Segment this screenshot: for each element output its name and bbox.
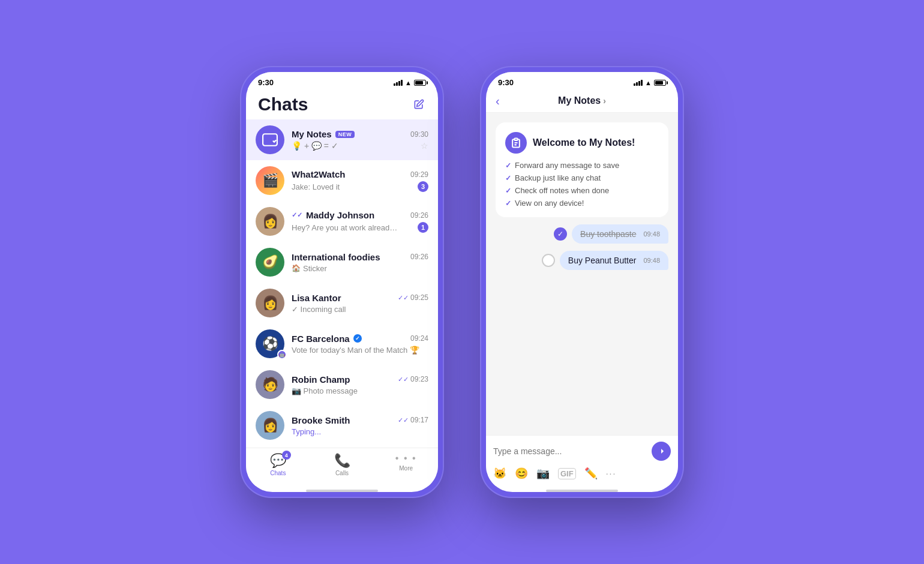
verified-badge-fcb: ✓	[353, 334, 362, 343]
message-input[interactable]	[493, 446, 647, 456]
status-time-right: 9:30	[498, 78, 514, 87]
chat-info-fcb: FC Barcelona ✓ 09:24 Vote for today's Ma…	[292, 334, 428, 355]
notes-title: My Notes ›	[558, 95, 606, 106]
chat-preview-fcb: Vote for today's Man of the Match 🏆	[292, 346, 428, 355]
note-checkbox-1[interactable]: ✓	[554, 227, 567, 241]
compose-button[interactable]	[412, 97, 426, 112]
chat-item-lisa[interactable]: 👩 Lisa Kantor ✓✓ 09:25 ✓ Incoming call	[246, 283, 438, 323]
avatar-what2watch: 🎬	[256, 166, 284, 195]
bottom-tabs: 💬 4 Chats 📞 Calls • • • More	[246, 448, 438, 486]
toolbar-icons: 🐱 😊 📷 GIF ✏️ ···	[493, 467, 671, 480]
avatar-intl-foodies: 🥑	[256, 248, 284, 277]
status-bar-left: 9:30 ▲	[246, 72, 438, 89]
chat-info-robin: Robin Champ ✓✓ 09:23 📷 Photo message	[292, 374, 428, 395]
chat-item-fcb[interactable]: ⚽ 🤖 FC Barcelona ✓ 09:24 Vote for today'…	[246, 323, 438, 364]
chat-time-what2watch: 09:29	[410, 170, 428, 179]
chat-name-lisa: Lisa Kantor	[292, 293, 341, 303]
chat-time-brooke: ✓✓ 09:17	[398, 416, 428, 424]
welcome-item-3: ✓Check off notes when done	[505, 186, 659, 195]
welcome-item-4: ✓View on any device!	[505, 199, 659, 208]
tab-chats[interactable]: 💬 4 Chats	[246, 453, 310, 476]
chat-preview-maddy: Hey? Are you at work already? I have som…	[292, 222, 428, 233]
sticker-icon[interactable]: 🐱	[493, 467, 506, 480]
more-toolbar-icon[interactable]: ···	[606, 469, 617, 478]
signal-icon	[394, 80, 403, 86]
chat-time-my-notes: 09:30	[410, 130, 428, 139]
welcome-item-2: ✓Backup just like any chat	[505, 173, 659, 182]
chat-item-my-notes[interactable]: My Notes NEW 09:30 💡 + 💬 = ✓ ☆	[246, 119, 438, 160]
bot-badge-fcb: 🤖	[277, 350, 287, 359]
welcome-items: ✓Forward any message to save ✓Backup jus…	[505, 161, 659, 208]
chevron-icon: ›	[603, 96, 606, 106]
chat-info-lisa: Lisa Kantor ✓✓ 09:25 ✓ Incoming call	[292, 293, 428, 314]
read-ticks-maddy: ✓✓	[292, 211, 302, 219]
chat-time-lisa: ✓✓ 09:25	[398, 293, 428, 302]
notes-header: ‹ My Notes ›	[486, 89, 678, 113]
chat-item-intl-foodies[interactable]: 🥑 International foodies 09:26 🏠 Sticker	[246, 242, 438, 283]
calls-tab-label: Calls	[335, 470, 349, 476]
home-indicator-left	[306, 490, 378, 492]
note-item-2: Buy Peanut Butter 09:48	[496, 251, 668, 270]
chats-header: Chats	[246, 89, 438, 119]
note-time-1: 09:48	[643, 230, 660, 238]
chat-time-maddy: 09:26	[410, 211, 428, 220]
read-ticks-brooke: ✓✓	[398, 416, 409, 424]
tab-more[interactable]: • • • More	[374, 453, 438, 476]
note-bubble-1: Buy toothpaste 09:48	[572, 224, 668, 244]
status-time-left: 9:30	[258, 78, 274, 87]
status-icons-right: ▲	[634, 79, 666, 86]
note-text-2: Buy Peanut Butter	[568, 256, 637, 265]
emoji-icon[interactable]: 😊	[515, 467, 528, 480]
home-indicator-right	[546, 490, 618, 492]
chats-tab-badge: 4	[282, 451, 291, 460]
note-item-1: ✓ Buy toothpaste 09:48	[496, 224, 668, 244]
chats-title: Chats	[258, 94, 308, 115]
chat-time-fcb: 09:24	[410, 334, 428, 343]
note-text-1: Buy toothpaste	[580, 229, 636, 239]
send-button[interactable]	[652, 442, 671, 461]
chat-preview-robin: 📷 Photo message	[292, 386, 428, 395]
notes-input-area: 🐱 😊 📷 GIF ✏️ ···	[486, 435, 678, 486]
unread-badge-what2watch: 3	[418, 181, 428, 192]
svg-rect-0	[263, 134, 277, 146]
chat-info-what2watch: What2Watch 09:29 Jake: Loved it 3	[292, 169, 428, 192]
camera-icon[interactable]: 📷	[536, 467, 550, 480]
new-badge: NEW	[335, 131, 355, 138]
welcome-header: Welcome to My Notes!	[505, 132, 659, 154]
more-tab-icon: • • •	[395, 453, 417, 464]
chat-item-what2watch[interactable]: 🎬 What2Watch 09:29 Jake: Loved it 3	[246, 160, 438, 201]
notes-input-row	[493, 442, 671, 461]
note-checkbox-2[interactable]	[542, 254, 555, 267]
chats-tab-icon: 💬 4	[270, 453, 286, 469]
avatar-lisa: 👩	[256, 289, 284, 317]
star-icon: ☆	[421, 141, 428, 151]
chat-name-robin: Robin Champ	[292, 374, 350, 385]
signal-icon-right	[634, 80, 643, 86]
chat-info-intl-foodies: International foodies 09:26 🏠 Sticker	[292, 252, 428, 273]
chat-info-brooke: Brooke Smith ✓✓ 09:17 Typing...	[292, 415, 428, 436]
chat-item-robin[interactable]: 🧑 Robin Champ ✓✓ 09:23 📷 Photo message	[246, 364, 438, 405]
wifi-icon-right: ▲	[645, 79, 652, 86]
battery-icon-right	[654, 80, 666, 86]
chat-preview-my-notes: 💡 + 💬 = ✓ ☆	[292, 141, 428, 151]
note-time-2: 09:48	[643, 257, 660, 264]
chat-item-brooke[interactable]: 👩 Brooke Smith ✓✓ 09:17 Typing...	[246, 405, 438, 446]
status-bar-right: 9:30 ▲	[486, 72, 678, 89]
calls-tab-icon: 📞	[334, 453, 350, 469]
welcome-card: Welcome to My Notes! ✓Forward any messag…	[496, 122, 668, 217]
chat-preview-brooke: Typing...	[292, 427, 428, 436]
avatar-my-notes	[256, 125, 284, 154]
chats-tab-label: Chats	[270, 470, 286, 476]
left-phone: 9:30 ▲ Chats	[240, 66, 444, 498]
back-button[interactable]: ‹	[496, 94, 500, 108]
welcome-title: Welcome to My Notes!	[533, 137, 635, 148]
chat-time-intl-foodies: 09:26	[410, 253, 428, 261]
doodle-icon[interactable]: ✏️	[584, 467, 598, 480]
chat-info-my-notes: My Notes NEW 09:30 💡 + 💬 = ✓ ☆	[292, 129, 428, 151]
battery-icon	[414, 80, 426, 86]
tab-calls[interactable]: 📞 Calls	[310, 453, 374, 476]
chat-item-maddy[interactable]: 👩 ✓✓ Maddy Johnson 09:26 Hey? Are you at…	[246, 201, 438, 242]
chat-time-robin: ✓✓ 09:23	[398, 375, 428, 383]
read-ticks-robin: ✓✓	[398, 376, 409, 383]
gif-icon[interactable]: GIF	[558, 468, 576, 479]
